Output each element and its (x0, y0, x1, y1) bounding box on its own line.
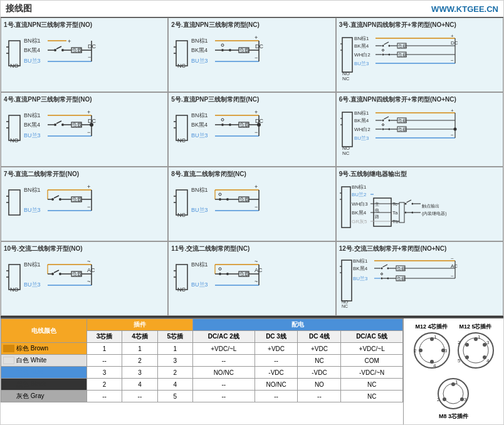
svg-point-33 (229, 49, 231, 51)
svg-text:NO: NO (10, 286, 19, 293)
svg-text:5: 5 (458, 358, 461, 364)
svg-point-325 (443, 397, 446, 401)
diagram-2-title: 2号.直流NPN三线制常闭型(NC) (171, 21, 332, 29)
diagram-1: 1号.直流NPN三线制常开型(NO) NO BN棕1 + BK黑4 (1, 18, 168, 92)
diagram-12-svg: NO NC BN棕1 ~ BK黑4 负载 AC BU兰3 (339, 255, 500, 308)
svg-text:~: ~ (87, 278, 90, 285)
svg-rect-224 (9, 265, 20, 290)
svg-text:DC: DC (451, 40, 458, 46)
svg-point-53 (382, 45, 384, 47)
svg-text:负载: 负载 (398, 118, 407, 123)
diagram-6-title: 6号.直流NPN四线制常开+常闭型(NO+NC) (339, 95, 500, 104)
svg-point-108 (221, 118, 224, 121)
svg-text:BN棕1: BN棕1 (353, 258, 368, 264)
m8-3pin-label: M8 3芯插件 (436, 412, 471, 421)
svg-rect-21 (176, 41, 187, 66)
svg-point-315 (465, 355, 469, 359)
svg-text:BK黑4: BK黑4 (354, 43, 369, 49)
bk-name: 黑色 Black (16, 380, 46, 389)
svg-text:+: + (87, 184, 90, 190)
svg-point-160 (59, 198, 61, 201)
svg-point-208 (404, 203, 406, 205)
svg-text:~: ~ (451, 273, 454, 279)
svg-text:AC: AC (451, 263, 458, 269)
svg-point-30 (221, 49, 224, 51)
bottom-area: 电线颜色 插件 配电 3芯插 4芯插 5芯插 DC/AC 2线 DC 3线 DC… (1, 317, 503, 424)
cell-wh-pwr3: -- (255, 355, 298, 367)
m12-4pin-label: M12 4芯插件 (412, 323, 451, 331)
diagram-11: 11号.交流二线制常闭型(NC) NC BN棕1 ~ 负载 AC (168, 241, 335, 316)
cell-wh-pwr4: NC (298, 355, 341, 367)
cell-ga-pwr3: -- (255, 391, 298, 402)
svg-text:1: 1 (455, 379, 458, 385)
diagram-8: 8号.直流二线制常闭型(NC) BN棕1 + NC 负载 BU兰3 (168, 167, 335, 241)
svg-point-290 (387, 278, 389, 280)
svg-text:电: 电 (375, 208, 379, 212)
svg-point-106 (221, 123, 224, 126)
svg-text:+: + (451, 108, 454, 113)
diagram-1-title: 1号.直流NPN三线制常开型(NO) (4, 21, 165, 29)
svg-line-209 (406, 200, 411, 202)
svg-text:负载: 负载 (72, 197, 82, 202)
cell-ga-pwr4: -- (298, 391, 341, 402)
svg-point-212 (404, 212, 406, 214)
m12-4pin-connector: M12 4芯插件 1 3 4 (412, 323, 451, 371)
svg-text:−: − (255, 55, 258, 61)
ga-name: 灰色 Gray (16, 392, 44, 401)
m8-3pin-connector: 1 3 2 M8 3芯插件 (436, 377, 471, 421)
svg-text:BU兰3: BU兰3 (353, 276, 368, 281)
cell-bk-pwr3: NO/NC (255, 379, 298, 391)
svg-text:2: 2 (414, 348, 417, 354)
svg-text:BU兰3: BU兰3 (191, 58, 208, 64)
svg-point-257 (226, 273, 229, 275)
svg-text:+: + (68, 38, 71, 45)
svg-text:−: − (88, 54, 91, 60)
diagram-5: 5号.直流PNP三线制常闭型(NC) NC BN棕1 + BK黑4 负载 (168, 92, 335, 167)
cell-bn-p5: 1 (157, 343, 192, 355)
diagram-4-title: 4号.直流PNP三线制常开型(NO) (4, 95, 165, 104)
cell-wh-pwr2: -- (192, 355, 255, 367)
svg-line-85 (56, 121, 61, 123)
cell-bn-pwr2: +VDC/~L (192, 343, 255, 355)
m12-4pin-svg: 1 3 4 2 (412, 331, 451, 370)
svg-point-214 (411, 212, 413, 214)
svg-point-139 (382, 129, 384, 130)
svg-point-256 (219, 268, 221, 270)
svg-line-159 (54, 196, 59, 198)
diagram-11-svg: NC BN棕1 ~ 负载 AC BU兰3 ~ (171, 255, 332, 299)
cell-bu-pwr4: -VDC (298, 367, 341, 379)
svg-line-10 (56, 46, 61, 49)
diagram-9-title: 9号.五线制继电器输出型 (339, 170, 500, 179)
svg-text:BN棕1: BN棕1 (352, 184, 367, 190)
col-3pin: 3芯插 (87, 331, 122, 343)
svg-text:负载: 负载 (397, 276, 406, 281)
svg-text:NC: NC (342, 304, 348, 308)
cell-bn-pwr5: +VDC/~L (341, 343, 403, 355)
svg-text:BK黑4: BK黑4 (191, 47, 207, 53)
diagram-6: 6号.直流NPN四线制常开+常闭型(NO+NC) NO NC BN棕1 + BK… (336, 92, 503, 167)
svg-point-298 (419, 338, 444, 363)
m12-5pin-svg: 1 3 4 5 2 (456, 331, 495, 370)
svg-text:GR灰5: GR灰5 (352, 219, 367, 224)
svg-point-9 (54, 49, 56, 51)
col-4pin: 4芯插 (122, 331, 157, 343)
svg-text:Ta: Ta (392, 210, 398, 216)
table-row-bu: 兰色 Blue 3 3 2 NO/NC -VDC -VDC -VDC/~N (1, 367, 403, 379)
svg-text:BN棕1: BN棕1 (354, 36, 369, 41)
cell-ga-p3: -- (87, 391, 122, 402)
svg-rect-43 (342, 38, 352, 72)
connector-section: M12 4芯插件 1 3 4 (403, 318, 503, 424)
diagram-11-title: 11号.交流二线制常闭型(NC) (171, 244, 332, 253)
svg-text:3: 3 (464, 397, 467, 402)
page-title: 接线图 (6, 3, 32, 14)
svg-point-109 (229, 123, 231, 126)
svg-point-65 (382, 50, 384, 51)
svg-text:WH白2: WH白2 (354, 127, 370, 132)
diagram-10-svg: NO BN棕1 ~ 负载 AC BU兰3 ~ (4, 255, 165, 299)
diagram-3: 3号.直流NPN四线制常开+常闭型(NO+NC) NO NC BN棕1 + BK… (336, 18, 503, 92)
svg-text:BK黑4: BK黑4 (191, 122, 207, 128)
svg-point-235 (59, 273, 61, 275)
cell-ga-code: 灰色 Gray (1, 391, 87, 402)
table-row-bk: 黑色 Black 2 4 4 -- NO/NC NO NC (1, 379, 403, 391)
col-dcac2: DC/AC 2线 (192, 331, 255, 343)
